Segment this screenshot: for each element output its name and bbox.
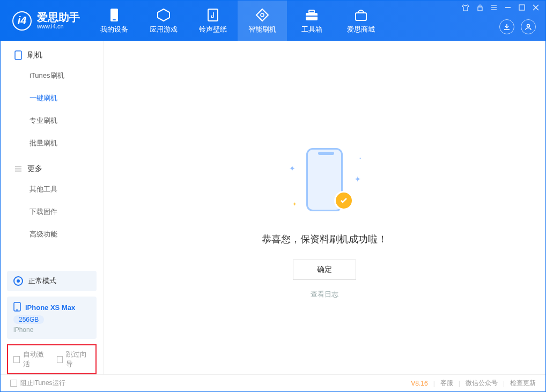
block-itunes-checkbox[interactable]: 阻止iTunes运行 — [10, 379, 65, 388]
svg-rect-3 — [208, 9, 218, 21]
window-controls — [462, 4, 539, 13]
menu-icon[interactable] — [491, 4, 497, 12]
shirt-icon[interactable] — [462, 4, 469, 13]
user-button[interactable] — [521, 19, 536, 34]
maximize-button[interactable] — [519, 4, 525, 12]
success-illustration: ✦ ✦ ✦ • — [287, 148, 362, 218]
store-icon — [354, 8, 368, 23]
sidebar-item-advanced[interactable]: 高级功能 — [1, 223, 103, 246]
app-header: i4 爱思助手 www.i4.cn 我的设备 应用游戏 铃声壁纸 — [1, 1, 545, 41]
device-name: iPhone XS Max — [25, 304, 75, 312]
highlighted-checkbox-row: 自动激活 跳过向导 — [7, 344, 97, 374]
svg-rect-1 — [113, 19, 116, 20]
logo-icon: i4 — [12, 11, 32, 31]
svg-point-18 — [527, 25, 530, 27]
svg-marker-2 — [158, 9, 169, 21]
toolbox-icon — [305, 8, 319, 23]
footer-link-support[interactable]: 客服 — [440, 379, 453, 388]
close-button[interactable] — [533, 4, 539, 12]
svg-rect-15 — [519, 5, 525, 10]
svg-rect-9 — [356, 13, 366, 20]
nav-flash[interactable]: 智能刷机 — [238, 1, 287, 41]
svg-rect-8 — [306, 16, 318, 17]
check-badge-icon — [334, 191, 353, 210]
footer-link-update[interactable]: 检查更新 — [510, 379, 536, 388]
success-message: 恭喜您，保资料刷机成功啦！ — [262, 233, 387, 246]
confirm-button[interactable]: 确定 — [293, 260, 356, 280]
nav-ringtones[interactable]: 铃声壁纸 — [188, 1, 238, 41]
mode-label: 正常模式 — [28, 276, 56, 286]
svg-rect-7 — [309, 10, 314, 13]
svg-point-5 — [261, 13, 264, 17]
version-label: V8.16 — [411, 380, 427, 387]
svg-rect-10 — [478, 7, 482, 11]
music-icon — [206, 8, 219, 23]
sidebar-item-download-firmware[interactable]: 下载固件 — [1, 201, 103, 223]
app-subtitle: www.i4.cn — [37, 23, 80, 29]
skip-guide-checkbox[interactable]: 跳过向导 — [57, 350, 91, 369]
device-card[interactable]: iPhone XS Max 256GB iPhone — [7, 297, 97, 339]
logo: i4 爱思助手 www.i4.cn — [1, 1, 90, 41]
view-log-link[interactable]: 查看日志 — [311, 290, 338, 299]
lock-icon[interactable] — [477, 4, 483, 13]
footer-link-wechat[interactable]: 微信公众号 — [466, 379, 498, 388]
svg-marker-4 — [256, 9, 268, 21]
device-storage: 256GB — [13, 315, 44, 324]
nav-toolbox[interactable]: 工具箱 — [287, 1, 336, 41]
sidebar-item-pro-flash[interactable]: 专业刷机 — [1, 109, 103, 132]
svg-rect-19 — [15, 51, 21, 60]
sparkle-icon: ✦ — [289, 164, 296, 173]
header-right — [462, 1, 545, 41]
device-type: iPhone — [13, 326, 90, 334]
download-button[interactable] — [499, 19, 514, 34]
sidebar-group-more: 更多 — [1, 154, 103, 178]
sidebar-group-flash: 刷机 — [1, 41, 103, 64]
main-panel: ✦ ✦ ✦ • 恭喜您，保资料刷机成功啦！ 确定 查看日志 — [104, 41, 545, 374]
sidebar-item-other-tools[interactable]: 其他工具 — [1, 178, 103, 201]
phone-icon — [13, 302, 21, 313]
minimize-button[interactable] — [505, 4, 511, 12]
list-icon — [14, 165, 22, 173]
sparkle-icon: ✦ — [292, 201, 297, 207]
auto-activate-checkbox[interactable]: 自动激活 — [13, 350, 47, 369]
sidebar-item-itunes-flash[interactable]: iTunes刷机 — [1, 64, 103, 87]
apps-icon — [157, 8, 171, 23]
flash-icon — [255, 8, 269, 23]
device-icon — [108, 8, 120, 23]
mode-indicator[interactable]: 正常模式 — [7, 271, 97, 291]
sidebar: 刷机 iTunes刷机 一键刷机 专业刷机 批量刷机 更多 其他工具 下载固件 … — [1, 41, 104, 374]
sparkle-icon: • — [359, 156, 361, 160]
nav-apps[interactable]: 应用游戏 — [139, 1, 188, 41]
nav-store[interactable]: 爱思商城 — [336, 1, 386, 41]
mode-icon — [13, 276, 23, 286]
sidebar-item-batch-flash[interactable]: 批量刷机 — [1, 132, 103, 154]
top-nav: 我的设备 应用游戏 铃声壁纸 智能刷机 工具箱 — [90, 1, 386, 41]
nav-my-device[interactable]: 我的设备 — [90, 1, 139, 41]
sparkle-icon: ✦ — [355, 175, 361, 183]
sidebar-item-oneclick-flash[interactable]: 一键刷机 — [1, 87, 103, 109]
status-bar: 阻止iTunes运行 V8.16 | 客服 | 微信公众号 | 检查更新 — [1, 374, 545, 391]
app-title: 爱思助手 — [37, 11, 80, 23]
phone-outline-icon — [14, 50, 22, 60]
